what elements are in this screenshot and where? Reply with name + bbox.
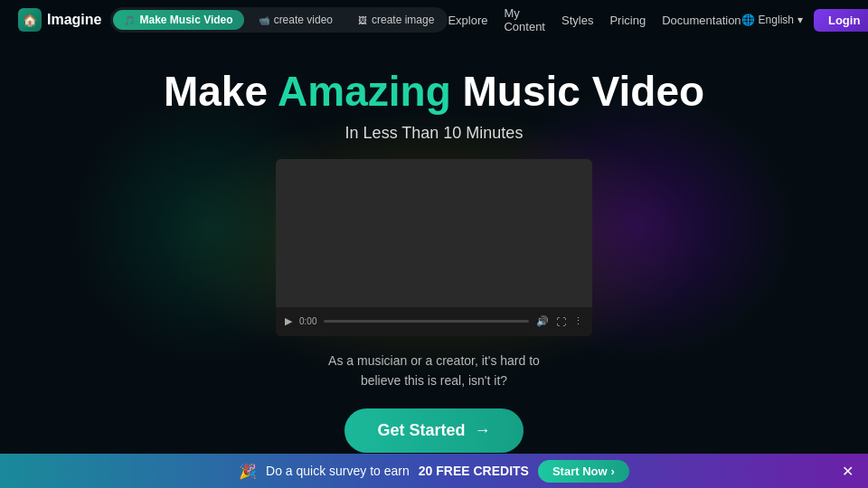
nav-right: 🌐 English ▾ Login ≡: [741, 9, 868, 32]
hero-description: As a musician or a creator, it's hard to…: [328, 351, 540, 391]
page-title: Make Amazing Music Video: [164, 69, 704, 115]
navbar: 🏠 Imagine 🎵 Make Music Video 📹 create vi…: [0, 0, 868, 40]
main-content: Make Amazing Music Video In Less Than 10…: [0, 40, 868, 453]
nav-pill-create-video[interactable]: 📹 create video: [248, 10, 344, 30]
bottom-survey-banner: 🎉 Do a quick survey to earn 20 FREE CRED…: [0, 454, 868, 488]
nav-pill-label-1: Make Music Video: [139, 14, 232, 26]
nav-pills: 🎵 Make Music Video 📹 create video 🖼 crea…: [110, 7, 448, 33]
login-button[interactable]: Login: [814, 9, 868, 32]
description-line1: As a musician or a creator, it's hard to: [328, 353, 540, 368]
close-banner-button[interactable]: ✕: [842, 463, 854, 480]
logo-text: Imagine: [47, 12, 101, 28]
nav-link-documentation[interactable]: Documentation: [662, 14, 741, 27]
start-now-arrow-icon: ›: [611, 465, 615, 478]
nav-link-styles[interactable]: Styles: [561, 14, 593, 27]
logo[interactable]: 🏠 Imagine: [18, 8, 101, 32]
volume-icon[interactable]: 🔊: [536, 315, 549, 327]
banner-emoji: 🎉: [239, 463, 257, 480]
music-video-icon: 🎵: [124, 15, 135, 25]
headline-part2: Music Video: [451, 68, 704, 115]
more-options-icon[interactable]: ⋮: [573, 315, 583, 327]
nav-links: Explore My Content Styles Pricing Docume…: [448, 6, 741, 33]
video-controls: ▶ 0:00 🔊 ⛶ ⋮: [276, 307, 592, 336]
nav-link-pricing[interactable]: Pricing: [609, 14, 646, 27]
description-line2: believe this is real, isn't it?: [361, 373, 507, 388]
chevron-down-icon: ▾: [797, 14, 803, 26]
get-started-button[interactable]: Get Started →: [344, 408, 523, 453]
nav-pill-make-music-video[interactable]: 🎵 Make Music Video: [113, 10, 243, 30]
video-progress-bar[interactable]: [324, 320, 529, 323]
create-video-icon: 📹: [259, 15, 269, 25]
headline-part1: Make: [164, 68, 278, 115]
nav-link-explore[interactable]: Explore: [448, 14, 487, 27]
headline-amazing: Amazing: [278, 68, 451, 115]
nav-pill-label-2: create video: [274, 14, 333, 26]
logo-icon: 🏠: [18, 8, 42, 32]
logo-emoji: 🏠: [23, 14, 37, 27]
banner-free-credits: 20 FREE CREDITS: [419, 464, 529, 478]
banner-text-part1: Do a quick survey to earn: [266, 464, 410, 478]
start-now-button[interactable]: Start Now ›: [538, 460, 629, 483]
video-display-area: [276, 159, 592, 307]
nav-pill-label-3: create image: [372, 14, 434, 26]
language-label: English: [759, 14, 794, 26]
get-started-arrow-icon: →: [475, 421, 491, 440]
create-image-icon: 🖼: [358, 15, 367, 25]
video-player[interactable]: ▶ 0:00 🔊 ⛶ ⋮: [276, 159, 592, 336]
get-started-label: Get Started: [377, 421, 465, 440]
start-now-label: Start Now: [552, 465, 608, 478]
language-selector[interactable]: 🌐 English ▾: [741, 14, 803, 26]
nav-link-my-content[interactable]: My Content: [504, 6, 545, 33]
nav-left: 🏠 Imagine 🎵 Make Music Video 📹 create vi…: [18, 7, 448, 33]
nav-pill-create-image[interactable]: 🖼 create image: [347, 10, 445, 30]
translate-icon: 🌐: [741, 14, 755, 26]
subheadline: In Less Than 10 Minutes: [345, 124, 524, 143]
fullscreen-icon[interactable]: ⛶: [556, 316, 566, 327]
play-button[interactable]: ▶: [285, 315, 292, 327]
video-time: 0:00: [299, 316, 316, 326]
